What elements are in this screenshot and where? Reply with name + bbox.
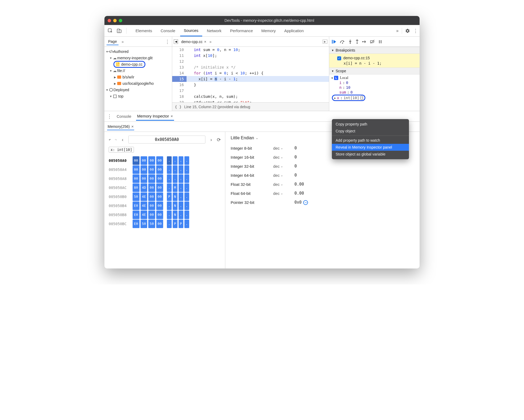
redo-icon[interactable]: ↷: [115, 137, 117, 142]
step-icon[interactable]: [362, 40, 367, 44]
inspect-element-icon[interactable]: [107, 27, 114, 35]
code-area[interactable]: 10 int sum = 0, n = 10;11 int x[10];12 1…: [172, 47, 329, 102]
window-title: DevTools - memory-inspector.glitch.me/de…: [122, 18, 416, 23]
drawer-tab-memory-inspector[interactable]: Memory Inspector×: [136, 112, 174, 121]
window-minimize-button[interactable]: [113, 19, 117, 22]
resume-icon[interactable]: [332, 40, 337, 44]
editor-status-bar: { } Line 15, Column 22 (provided via deb…: [172, 102, 329, 111]
hex-row[interactable]: 005050A000000000....: [109, 156, 221, 165]
tree-deployed[interactable]: Deployed: [113, 88, 129, 92]
next-page-icon[interactable]: ›: [209, 137, 213, 142]
main-tab-console[interactable]: Console: [157, 25, 179, 36]
editor-more-tabs-icon[interactable]: »: [209, 40, 212, 44]
window-titlebar: DevTools - memory-inspector.glitch.me/de…: [104, 16, 420, 25]
scope-local[interactable]: ▼LLocal: [329, 75, 420, 80]
interp-format-select[interactable]: dec ⌄: [273, 182, 294, 187]
scope-var-x[interactable]: ▶x: int[10]⋯: [332, 95, 365, 101]
interp-format-select[interactable]: dec ⌄: [273, 164, 294, 169]
scope-section[interactable]: ▼Scope: [329, 68, 420, 74]
step-out-icon[interactable]: [355, 40, 359, 44]
breakpoints-section[interactable]: ▼Breakpoints: [329, 47, 420, 54]
kebab-menu-icon[interactable]: ⋮: [413, 28, 417, 34]
tree-folder[interactable]: usr/local/google/ho: [122, 81, 154, 86]
close-tab-icon[interactable]: ×: [204, 40, 206, 44]
context-menu-item[interactable]: Add property path to watch: [332, 137, 409, 144]
cursor-position: Line 15, Column 22 (provided via debug: [184, 105, 250, 109]
window-close-button[interactable]: [108, 19, 111, 22]
scope-var[interactable]: n: 10: [329, 85, 420, 90]
context-menu-item[interactable]: Copy object: [332, 128, 409, 135]
settings-gear-icon[interactable]: [405, 28, 410, 33]
context-menu-item[interactable]: Reveal in Memory Inspector panel: [332, 144, 409, 151]
interp-label: Integer 64-bit: [231, 173, 273, 178]
chevron-down-icon: ⌄: [256, 136, 258, 140]
tree-file-selected[interactable]: demo-cpp.cc: [113, 61, 145, 68]
jump-to-address-icon[interactable]: →: [303, 200, 308, 205]
context-menu[interactable]: Copy property pathCopy objectAdd propert…: [332, 119, 409, 159]
step-into-icon[interactable]: [348, 40, 352, 44]
hex-row[interactable]: 005050A800000000....: [109, 174, 221, 183]
hex-row[interactable]: 005050B4E04E0000.N..: [109, 201, 221, 210]
close-icon[interactable]: ×: [171, 114, 173, 118]
drawer-kebab-icon[interactable]: ⋮: [107, 114, 112, 119]
navigator-tab-page[interactable]: Page: [107, 38, 119, 45]
main-tab-memory[interactable]: Memory: [258, 25, 280, 36]
context-menu-item[interactable]: Store object as global variable: [332, 151, 409, 158]
pause-exceptions-icon[interactable]: [378, 40, 382, 44]
breakpoint-entry[interactable]: ✓demo-cpp.cc:15 x[i] = n - i - 1;: [329, 54, 420, 68]
tree-folder[interactable]: b/s/w/ir: [122, 75, 134, 79]
local-badge-icon: L: [334, 76, 338, 80]
tree-authored[interactable]: Authored: [113, 49, 129, 54]
interp-format-select[interactable]: dec ⌄: [273, 173, 294, 178]
frame-icon: [112, 95, 117, 98]
context-menu-item[interactable]: Copy property path: [332, 121, 409, 128]
hex-row[interactable]: 005050B0504E0000PN..: [109, 192, 221, 201]
breakpoint-checkbox[interactable]: ✓: [337, 56, 341, 60]
refresh-icon[interactable]: ⟳: [217, 137, 221, 142]
deactivate-breakpoints-icon[interactable]: [370, 40, 375, 44]
source-editor: ◀ demo-cpp.cc× » ▶ 10 int sum = 0, n = 1…: [172, 37, 329, 111]
tree-file-scheme[interactable]: file://: [117, 69, 125, 73]
memory-tab[interactable]: Memory(256)×: [107, 123, 134, 130]
svg-rect-10: [379, 40, 380, 43]
step-over-icon[interactable]: [340, 40, 345, 44]
memory-object-tag[interactable]: x: int[10]: [109, 147, 134, 153]
nav-back-icon[interactable]: ◀: [174, 39, 178, 44]
main-tab-elements[interactable]: Elements: [132, 25, 156, 36]
cloud-icon: [112, 69, 117, 73]
interp-format-select[interactable]: dec ⌄: [273, 155, 294, 159]
scope-var[interactable]: i: 0: [329, 80, 420, 85]
main-tab-sources[interactable]: Sources: [180, 25, 202, 36]
sources-navigator: Page » ⋮ ▼</>Authored ▼memory-inspector.…: [104, 37, 172, 111]
interp-value: 0: [294, 173, 414, 178]
tree-origin[interactable]: memory-inspector.glit: [117, 56, 153, 60]
main-tab-network[interactable]: Network: [203, 25, 225, 36]
more-tabs-icon[interactable]: »: [396, 28, 399, 33]
hex-row[interactable]: 005050B8E04E0000.N..: [109, 211, 221, 219]
hex-row[interactable]: 005050AC804D0000.M..: [109, 183, 221, 192]
device-toolbar-icon[interactable]: [116, 27, 123, 35]
run-snippet-icon[interactable]: ▶: [323, 40, 327, 44]
close-icon[interactable]: ×: [131, 124, 134, 129]
memory-icon[interactable]: ⋯: [360, 96, 363, 100]
tree-top[interactable]: top: [118, 94, 123, 98]
prev-page-icon[interactable]: ‹: [121, 137, 125, 142]
main-tab-performance[interactable]: Performance: [226, 25, 257, 36]
navigator-kebab-icon[interactable]: ⋮: [165, 39, 170, 45]
drawer-tab-console[interactable]: Console: [116, 112, 132, 120]
hex-row[interactable]: 005050BCE0505000.PP.: [109, 220, 221, 228]
interp-value: 0x0→: [294, 200, 414, 205]
main-tab-application[interactable]: Application: [281, 25, 307, 36]
window-maximize-button[interactable]: [119, 19, 122, 22]
undo-icon[interactable]: ↶: [109, 137, 111, 142]
scope-var[interactable]: sum: 0: [329, 90, 420, 95]
interp-label: Float 32-bit: [231, 182, 273, 187]
interp-format-select[interactable]: dec ⌄: [273, 191, 294, 196]
interp-label: Pointer 32-bit: [231, 200, 273, 205]
editor-tab-file[interactable]: demo-cpp.cc×: [180, 39, 208, 44]
pretty-print-icon[interactable]: { }: [175, 105, 181, 109]
interp-format-select[interactable]: dec ⌄: [273, 146, 294, 150]
address-input[interactable]: [128, 136, 205, 144]
hex-row[interactable]: 005050A400000000....: [109, 165, 221, 174]
navigator-more-icon[interactable]: »: [122, 40, 124, 44]
